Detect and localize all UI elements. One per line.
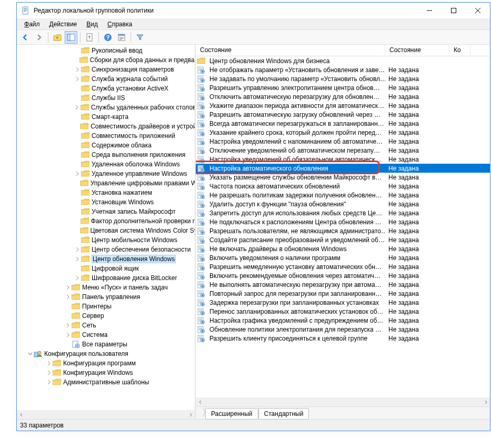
list-row[interactable]: Включить рекомендуемые обновления через … (196, 271, 490, 280)
list-row[interactable]: Удалить доступ к функции "пауза обновлен… (196, 200, 490, 208)
chevron-right-icon[interactable] (74, 170, 81, 177)
list-row[interactable]: Разрешить немедленную установку автомати… (196, 262, 490, 271)
tree-item[interactable]: Рукописный ввод (17, 46, 195, 55)
tree-item[interactable]: Центр мобильности Windows (17, 235, 195, 245)
list-row[interactable]: Запретить доступ для использования любых… (196, 208, 490, 217)
chevron-right-icon[interactable] (64, 293, 72, 301)
list-row[interactable]: Перенос запланированных автоматических у… (196, 307, 490, 316)
tree-item[interactable]: Панель управления (17, 292, 195, 302)
back-button[interactable] (19, 31, 32, 44)
list-row[interactable]: Повторный запрос для перезагрузки при за… (196, 289, 490, 298)
tab-standard[interactable]: Стандартный (258, 408, 309, 420)
chevron-right-icon[interactable] (74, 75, 81, 83)
list-row[interactable]: Включить уведомления о наличии программН… (196, 253, 490, 262)
list-row[interactable]: Разрешать пользователям, не являющимся а… (196, 226, 490, 235)
list-row[interactable]: Отключить автоматическую перезагрузку дл… (196, 92, 490, 101)
list-row[interactable]: Не разрешать политикам задержки получени… (196, 191, 490, 200)
tree-item[interactable]: Удаленное управление Windows (17, 169, 195, 178)
tree-item[interactable]: Управление цифровыми правами W (17, 178, 195, 188)
properties-button[interactable] (115, 31, 128, 44)
menu-справка[interactable]: Справка (103, 19, 136, 29)
chevron-right-icon[interactable] (73, 104, 81, 111)
tree-item[interactable]: Сервер (17, 311, 195, 321)
chevron-right-icon[interactable] (74, 255, 81, 263)
tree-item[interactable]: Конфигурация Windows (17, 368, 195, 377)
tree-item[interactable]: Шифрование диска BitLocker (17, 273, 195, 283)
tree-item[interactable]: Установщик Windows (17, 197, 195, 207)
list-row[interactable]: Создайте расписание преобразований и уве… (196, 235, 490, 244)
chevron-right-icon[interactable] (45, 379, 53, 386)
tree-item[interactable]: Служба установки ActiveX (17, 84, 195, 93)
list-row[interactable]: Указание крайнего срока, который должен … (196, 128, 490, 137)
list-row[interactable]: Задержка перезагрузки при запланированны… (196, 298, 490, 307)
tree-item[interactable]: Цифровой ящик (17, 264, 195, 273)
list-row[interactable]: Не выполнять автоматическую перезагрузку… (196, 280, 490, 289)
tree-item[interactable]: Фактор дополнительной проверки п (17, 216, 195, 226)
tree-item[interactable]: Сборки для сбора данных и предвар (17, 55, 195, 65)
tree-item[interactable]: Удаленная оболочка Windows (17, 160, 195, 169)
list-row[interactable]: Не включать драйверы в обновления Window… (196, 244, 490, 253)
tree-item[interactable]: Содержимое облака (17, 141, 195, 150)
tree-hscroll[interactable] (17, 410, 195, 419)
export-button[interactable] (83, 31, 96, 44)
tree-item[interactable]: Конфигурация пользователя (17, 349, 195, 359)
chevron-right-icon[interactable] (45, 369, 53, 376)
tree-item[interactable]: Учетная запись Майкрософт (17, 207, 195, 216)
column-name-header[interactable]: Состояние (196, 45, 385, 56)
column-comment-header[interactable]: Ко (449, 45, 470, 56)
chevron-right-icon[interactable] (74, 274, 81, 282)
show-tree-button[interactable] (65, 31, 77, 44)
list-row[interactable]: Разрешить управлению электропитанием цен… (196, 83, 490, 92)
menu-вид[interactable]: Вид (82, 19, 102, 29)
tab-extended[interactable]: Расширенный (205, 408, 258, 420)
list-row[interactable]: Не подключаться к расположениям Центра о… (196, 217, 490, 226)
tree-item[interactable]: Меню «Пуск» и панель задач (17, 283, 195, 292)
tree-item[interactable]: Служба журнала событий (17, 74, 195, 84)
list-row[interactable]: Не задавать по умолчанию параметр «Устан… (196, 74, 490, 83)
maximize-button[interactable] (442, 3, 466, 18)
column-state-header[interactable]: Состояние (385, 45, 449, 56)
tree-item[interactable]: Сеть (17, 321, 195, 330)
list-row[interactable]: Укажите диапазон периода активности для … (196, 101, 490, 110)
list-row[interactable]: Настройка уведомлений с напоминанием об … (196, 137, 490, 146)
list-row[interactable]: Настройка графика уведомлений с предупре… (196, 316, 490, 325)
list-row[interactable]: Всегда автоматически перезагружаться в з… (196, 119, 490, 128)
list-row[interactable]: Указать размещение службы обновлении Май… (196, 173, 490, 182)
minimize-button[interactable] (417, 3, 442, 18)
list-row[interactable]: Разрешить клиенту присоединяться к целев… (196, 334, 490, 343)
tree-item[interactable]: Административные шаблоны (17, 377, 195, 387)
list-row[interactable]: Настройка уведомлений об обязательном ав… (196, 155, 490, 164)
tree-item[interactable]: Все параметры (17, 340, 195, 349)
list-row[interactable]: Не отображать параметр «Установить обнов… (196, 65, 490, 74)
list-row[interactable]: Настройка автоматического обновленияНе з… (196, 164, 490, 173)
tree-item[interactable]: Установка нажатием (17, 188, 195, 197)
close-button[interactable] (466, 3, 490, 18)
chevron-down-icon[interactable] (26, 350, 34, 357)
menu-файл[interactable]: Файл (20, 19, 44, 29)
tree-item[interactable]: Совместимость драйверов и устрой (17, 122, 195, 131)
list-view[interactable]: Центр обновления Windows для бизнесаНе о… (196, 56, 490, 397)
tree-item[interactable]: Конфигурация программ (17, 359, 195, 368)
list-row[interactable]: Центр обновления Windows для бизнеса (196, 56, 490, 65)
list-hscroll[interactable] (196, 397, 490, 406)
tree-item[interactable]: Центр обеспечения безопасности (17, 245, 195, 254)
tree-item[interactable]: Центр обновления Windows (17, 254, 195, 264)
tree-item[interactable]: Синхронизация параметров (17, 65, 195, 74)
list-row[interactable]: Отключение уведомлений об автоматическом… (196, 146, 490, 155)
forward-button[interactable] (33, 31, 45, 44)
tree-item[interactable]: Цветовая система Windows Color Sy (17, 226, 195, 235)
list-row[interactable]: Частота поиска автоматических обновлений… (196, 182, 490, 191)
list-row[interactable]: Обновление политики электропитания для п… (196, 325, 490, 334)
chevron-right-icon[interactable] (74, 246, 81, 253)
tree-item[interactable]: Службы удаленных рабочих столов (17, 103, 195, 112)
tree-item[interactable]: Службы IIS (17, 93, 195, 103)
chevron-right-icon[interactable] (64, 322, 72, 329)
help-button[interactable]: ? (102, 31, 114, 44)
tree-view[interactable]: Рукописный вводСборки для сбора данных и… (17, 45, 195, 410)
tree-item[interactable]: Принтеры (17, 302, 195, 311)
chevron-right-icon[interactable] (64, 284, 72, 291)
tree-item[interactable]: Среда выполнения приложения (17, 150, 195, 160)
list-row[interactable]: Разрешить автоматическую загрузку обновл… (196, 110, 490, 119)
filter-button[interactable] (134, 31, 146, 44)
tree-item[interactable]: Смарт-карта (17, 112, 195, 122)
